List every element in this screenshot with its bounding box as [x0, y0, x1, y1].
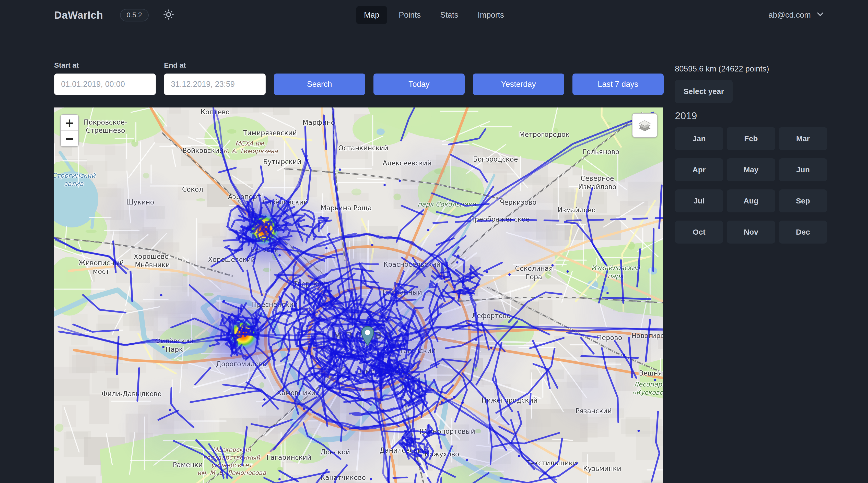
app-title: DaWarIch	[54, 9, 103, 21]
select-year-button[interactable]: Select year	[675, 79, 733, 103]
map-label: Хамовники	[277, 389, 315, 397]
today-button[interactable]: Today	[373, 73, 465, 95]
map-label: Тверской	[293, 280, 326, 288]
map-label: Строгинский залив	[54, 171, 96, 188]
map-label: Марфино	[303, 119, 335, 127]
map-marker-pin[interactable]	[361, 326, 374, 347]
map-label: Коптево	[200, 108, 230, 116]
map-label: Кузьминки	[583, 464, 621, 473]
month-button-jul[interactable]: Jul	[675, 189, 723, 213]
map-label: Дорогомилово	[216, 360, 267, 368]
sun-icon	[163, 9, 174, 21]
tab-map[interactable]: Map	[356, 6, 387, 24]
map-label: Гагаринский	[267, 453, 311, 462]
theme-toggle-button[interactable]	[163, 9, 174, 21]
map-label: Аэропорт	[228, 193, 261, 201]
month-button-sep[interactable]: Sep	[779, 189, 827, 213]
month-button-dec[interactable]: Dec	[779, 221, 827, 244]
filter-bar: Start at End at Search Today Yesterday L…	[54, 61, 664, 95]
map-label: Пресненский	[252, 300, 298, 309]
map-label: Канатчиково	[320, 474, 366, 482]
map-label: Щукино	[126, 198, 154, 206]
map-label: Соколиная Гора	[515, 264, 553, 281]
layers-icon	[637, 118, 652, 133]
map-label: Южнопортовый	[420, 427, 475, 436]
map-label: Новогиреево	[631, 332, 663, 340]
map-label: Замоскворечье	[358, 367, 411, 376]
month-button-feb[interactable]: Feb	[727, 127, 775, 150]
map-label: Текстильщики	[526, 459, 577, 468]
tab-imports[interactable]: Imports	[470, 6, 512, 24]
map-label: Черкизово	[500, 198, 536, 207]
last-7-days-button[interactable]: Last 7 days	[572, 73, 664, 95]
map-label: Алексеевский	[383, 159, 432, 167]
map-container[interactable]: Покровское- СтрешневоКоптевоТимирязевски…	[54, 107, 663, 483]
tab-stats[interactable]: Stats	[432, 6, 466, 24]
user-email: ab@cd.com	[768, 10, 811, 20]
map-label: Вешняки	[639, 369, 663, 378]
map-label: Филёвский Парк	[155, 337, 194, 354]
month-button-jan[interactable]: Jan	[675, 127, 723, 150]
map-label: Перово	[597, 333, 622, 342]
month-button-oct[interactable]: Oct	[675, 221, 723, 244]
map-label: Кожухово	[425, 450, 459, 458]
chevron-down-icon	[816, 10, 825, 21]
map-label: Гольяново	[583, 148, 619, 156]
map-label: Лефортово	[472, 312, 510, 320]
map-label: Останкинский	[338, 144, 388, 152]
end-at-group: End at	[164, 61, 266, 95]
map-label: Хорошёво- Мнёвники	[133, 253, 171, 269]
tab-points[interactable]: Points	[391, 6, 428, 24]
zoom-out-button[interactable]: −	[61, 130, 78, 146]
map-label: Северное Измайлово	[578, 174, 616, 191]
zoom-in-button[interactable]: +	[61, 115, 78, 130]
start-at-label: Start at	[54, 61, 156, 69]
yesterday-button[interactable]: Yesterday	[473, 73, 564, 95]
end-at-label: End at	[164, 61, 266, 69]
month-button-jun[interactable]: Jun	[779, 158, 827, 181]
year-heading: 2019	[675, 110, 827, 122]
month-button-mar[interactable]: Mar	[779, 127, 827, 150]
month-grid: Jan Feb Mar Apr May Jun Jul Aug Sep Oct …	[675, 127, 827, 244]
map-label: парк Сокольники	[417, 200, 476, 208]
map-label: Сокол	[182, 185, 203, 194]
sidebar-divider	[675, 254, 827, 254]
map-label: Живописный мост	[79, 259, 124, 276]
map-label: Войковский	[182, 147, 223, 155]
map-label: Московский государственный университет и…	[197, 446, 266, 477]
map-label: МСХА им. К. А. Тимирязева	[223, 140, 278, 155]
map-label: Лесопарк «Кусково»	[632, 380, 663, 396]
map-label: Беговой	[250, 245, 279, 254]
month-button-nov[interactable]: Nov	[727, 221, 775, 244]
start-at-group: Start at	[54, 61, 156, 95]
main-nav: Map Points Stats Imports	[356, 6, 512, 24]
end-at-input[interactable]	[164, 73, 266, 95]
user-menu[interactable]: ab@cd.com	[768, 10, 825, 21]
version-badge: 0.5.2	[120, 9, 149, 22]
map-label: Покровское- Стрешнево	[84, 118, 127, 134]
distance-points-stat: 80595.6 km (24622 points)	[675, 64, 827, 73]
start-at-input[interactable]	[54, 73, 156, 95]
top-bar: DaWarIch 0.5.2 Map Points Stats Imports …	[0, 0, 868, 30]
right-sidebar: 80595.6 km (24622 points) Select year 20…	[675, 64, 827, 254]
map-label: Савёловский	[262, 198, 308, 206]
map-label: Измайловский парк	[591, 264, 640, 280]
map-label: Рязанский	[576, 407, 612, 415]
map-label: Марьина Роща	[320, 204, 372, 213]
map-label: Метрогородок	[519, 130, 570, 139]
map-label: Красносельский	[383, 260, 441, 269]
map-label: Бутырский	[263, 158, 301, 166]
month-button-may[interactable]: May	[727, 158, 775, 181]
map-label: Нижегородский	[482, 396, 538, 405]
map-label: Донской	[320, 448, 350, 456]
month-button-aug[interactable]: Aug	[727, 189, 775, 213]
map-label: Таганский	[399, 347, 436, 355]
layers-control-button[interactable]	[632, 113, 657, 138]
map-base-tiles	[54, 107, 663, 483]
month-button-apr[interactable]: Apr	[675, 158, 723, 181]
map-zoom-control: + −	[60, 115, 79, 147]
map-label: Фили-Давыдково	[102, 390, 162, 398]
map-label: Богородское	[473, 155, 518, 164]
search-button[interactable]: Search	[274, 73, 365, 95]
map-label: Хорошёвский	[208, 256, 255, 264]
